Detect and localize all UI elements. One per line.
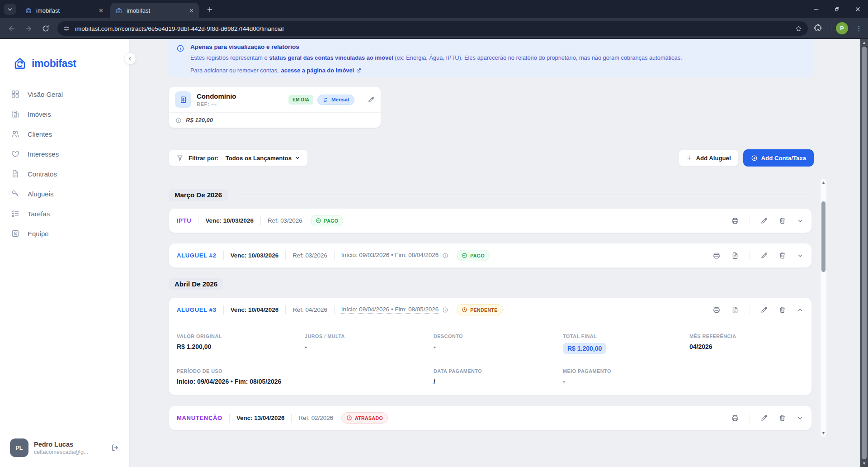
- check-circle-icon: [316, 218, 321, 224]
- sidebar-item-label: Contratos: [28, 170, 57, 178]
- alert-circle-icon: [346, 415, 352, 421]
- grid-icon: [10, 90, 20, 99]
- divider: [285, 251, 286, 260]
- delete-icon[interactable]: [778, 306, 786, 314]
- bookmark-star-icon[interactable]: [795, 25, 802, 33]
- scroll-down-icon[interactable]: ▼: [860, 461, 868, 466]
- detail-label: TOTAL FINAL: [563, 334, 689, 339]
- browser-tab-2-active[interactable]: imobifast ✕: [110, 3, 199, 18]
- browser-profile-avatar[interactable]: P: [836, 22, 848, 34]
- favicon-house-icon: [115, 7, 123, 14]
- row-actions: [712, 305, 804, 315]
- print-icon[interactable]: [712, 252, 721, 260]
- print-icon[interactable]: [731, 217, 739, 225]
- detail-value: Início: 09/04/2026 • Fim: 08/05/2026: [177, 378, 434, 385]
- detail-label: JUROS / MULTA: [305, 334, 434, 339]
- user-box[interactable]: PL Pedro Lucas celtacomescada@g...: [0, 430, 129, 467]
- expand-icon[interactable]: [797, 217, 804, 224]
- address-bar[interactable]: imobifast.com.br/contracts/6e5e4d19-9dbf…: [57, 21, 808, 36]
- add-aluguel-button[interactable]: Add Aluguel: [679, 149, 738, 167]
- print-icon[interactable]: [731, 414, 739, 422]
- chevron-down-icon: [295, 155, 300, 161]
- sidebar-item-imoveis[interactable]: Imóveis: [0, 104, 129, 124]
- window-scrollbar-thumb[interactable]: [862, 47, 867, 459]
- expand-icon[interactable]: [797, 415, 804, 422]
- divider: [198, 216, 198, 225]
- extensions-icon[interactable]: [814, 24, 822, 32]
- row-actions: [712, 251, 804, 260]
- detail-label: DATA PAGAMENTO: [434, 368, 563, 374]
- sidebar-item-equipe[interactable]: Equipe: [0, 224, 129, 243]
- account-amount: R$ 120,00: [186, 117, 213, 124]
- logout-icon[interactable]: [111, 443, 119, 452]
- recurrence-badge: Mensal: [317, 95, 354, 105]
- filter-row: Filtrar por: Todos os Lançamentos Add Al…: [169, 149, 814, 167]
- app-logo[interactable]: imobifast: [0, 39, 129, 71]
- edit-icon[interactable]: [368, 96, 375, 103]
- heart-icon: [10, 149, 20, 158]
- tab-close-icon[interactable]: ✕: [189, 8, 194, 14]
- delete-icon[interactable]: [778, 414, 786, 422]
- receipt-icon: [175, 91, 191, 108]
- sidebar-item-tarefas[interactable]: Tarefas: [0, 204, 129, 224]
- row-header[interactable]: ALUGUEL #2Venc: 10/03/2026Ref: 03/2026In…: [169, 243, 811, 267]
- logo-house-icon: [13, 56, 27, 71]
- expand-icon[interactable]: [797, 252, 804, 259]
- delete-icon[interactable]: [778, 252, 786, 259]
- tab-close-icon[interactable]: ✕: [99, 8, 104, 14]
- divider: [750, 305, 750, 315]
- window-scrollbar[interactable]: ▲ ▼: [860, 39, 868, 467]
- property-page-link[interactable]: acesse a página do imóvel: [281, 67, 362, 74]
- window-minimize-button[interactable]: [806, 0, 826, 18]
- sidebar-item-alugueis[interactable]: Alugueis: [0, 184, 129, 204]
- status-badge: ATRASADO: [341, 412, 388, 424]
- browser-tab-1[interactable]: imobifast ✕: [20, 3, 108, 18]
- browser-menu-icon[interactable]: ⋮: [854, 23, 864, 34]
- divider: [230, 284, 812, 284]
- document-icon[interactable]: [731, 306, 739, 314]
- row-header[interactable]: MANUTENÇÃOVenc: 13/04/2026Ref: 02/2026AT…: [169, 406, 811, 430]
- sidebar-item-label: Alugueis: [28, 190, 54, 198]
- list-scrollbar[interactable]: ▲ ▼: [821, 179, 826, 437]
- scroll-down-icon[interactable]: ▼: [821, 431, 826, 435]
- filter-select[interactable]: Todos os Lançamentos: [226, 155, 300, 162]
- reload-icon[interactable]: [40, 23, 52, 34]
- back-icon[interactable]: [5, 23, 17, 34]
- tab-search-button[interactable]: [4, 4, 16, 15]
- print-icon[interactable]: [712, 306, 721, 314]
- sidebar-nav: Visão GeralImóveisClientesInteressesCont…: [0, 84, 129, 243]
- sidebar-item-visao-geral[interactable]: Visão Geral: [0, 84, 129, 104]
- scroll-up-icon[interactable]: ▲: [860, 40, 868, 45]
- new-tab-button[interactable]: [204, 4, 215, 15]
- window-close-button[interactable]: [847, 0, 868, 18]
- sidebar-item-contratos[interactable]: Contratos: [0, 164, 129, 184]
- collapse-icon[interactable]: [797, 306, 804, 314]
- sidebar-item-clientes[interactable]: Clientes: [0, 124, 129, 144]
- sidebar-collapse-button[interactable]: [124, 52, 136, 65]
- info-icon[interactable]: [442, 253, 448, 259]
- row-header[interactable]: IPTUVenc: 10/03/2026Ref: 03/2026PAGO: [169, 209, 811, 233]
- site-info-icon[interactable]: [63, 25, 70, 32]
- info-icon[interactable]: [442, 307, 448, 313]
- sidebar: imobifast Visão GeralImóveisClientesInte…: [0, 39, 130, 467]
- detail-label: VALOR ORIGINAL: [177, 334, 305, 339]
- edit-icon[interactable]: [760, 252, 768, 259]
- list-scrollbar-thumb[interactable]: [821, 201, 826, 272]
- scroll-up-icon[interactable]: ▲: [821, 180, 826, 185]
- detail-label: MÊS REFERÊNCIA: [689, 334, 804, 339]
- row-title: ALUGUEL #2: [177, 252, 217, 259]
- delete-icon[interactable]: [778, 217, 786, 224]
- document-icon[interactable]: [731, 252, 739, 260]
- row-header[interactable]: ALUGUEL #3Venc: 10/04/2026Ref: 04/2026In…: [169, 298, 811, 322]
- add-conta-taxa-button[interactable]: Add Conta/Taxa: [743, 149, 814, 167]
- sidebar-item-interesses[interactable]: Interesses: [0, 144, 129, 164]
- edit-icon[interactable]: [760, 217, 768, 224]
- edit-icon[interactable]: [760, 414, 768, 422]
- window-restore-button[interactable]: [826, 0, 847, 18]
- status-label: ATRASADO: [355, 415, 383, 421]
- forward-icon[interactable]: [23, 23, 34, 34]
- lancamento-row: ALUGUEL #3Venc: 10/04/2026Ref: 04/2026In…: [169, 297, 812, 396]
- status-badge-em-dia: EM DIA: [288, 95, 313, 105]
- main-content: Apenas para visualização e relatórios Es…: [130, 39, 860, 467]
- edit-icon[interactable]: [760, 306, 768, 314]
